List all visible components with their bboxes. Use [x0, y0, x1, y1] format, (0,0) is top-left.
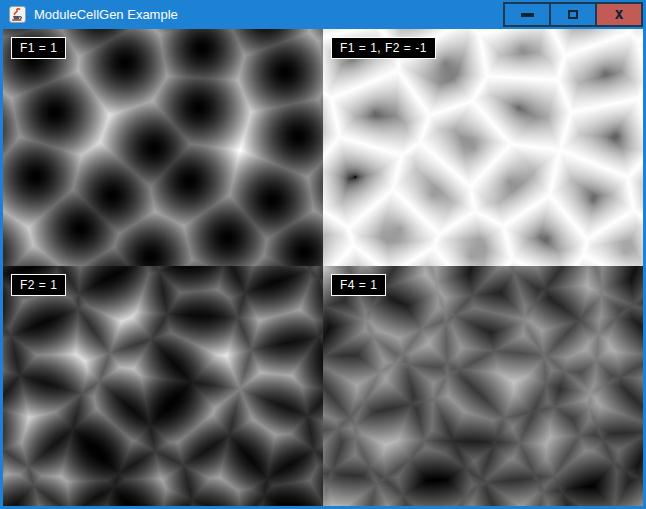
- noise-canvas-f4: [323, 266, 643, 506]
- panel-label-f1: F1 = 1: [11, 37, 66, 59]
- window-title: ModuleCellGen Example: [34, 7, 178, 22]
- app-window: ModuleCellGen Example x F1 = 1 F1 = 1, F…: [0, 0, 646, 509]
- noise-panel-f1f2: F1 = 1, F2 = -1: [323, 29, 643, 266]
- window-controls: x: [505, 2, 643, 27]
- close-icon: x: [614, 7, 623, 22]
- panel-label-f1f2: F1 = 1, F2 = -1: [331, 37, 436, 59]
- noise-canvas-f1f2: [323, 29, 643, 266]
- java-app-icon: [9, 6, 26, 23]
- noise-canvas-f1: [3, 29, 323, 266]
- noise-canvas-f2: [3, 266, 323, 506]
- minimize-icon: [521, 13, 534, 17]
- panel-label-f4: F4 = 1: [331, 274, 386, 296]
- close-button[interactable]: x: [595, 2, 643, 27]
- minimize-button[interactable]: [503, 2, 551, 27]
- noise-panel-f1: F1 = 1: [3, 29, 323, 266]
- maximize-button[interactable]: [549, 2, 597, 27]
- maximize-icon: [568, 10, 578, 19]
- panel-label-f2: F2 = 1: [11, 274, 66, 296]
- noise-panel-f2: F2 = 1: [3, 266, 323, 506]
- noise-grid: F1 = 1 F1 = 1, F2 = -1 F2 = 1 F4 = 1: [3, 29, 643, 506]
- noise-panel-f4: F4 = 1: [323, 266, 643, 506]
